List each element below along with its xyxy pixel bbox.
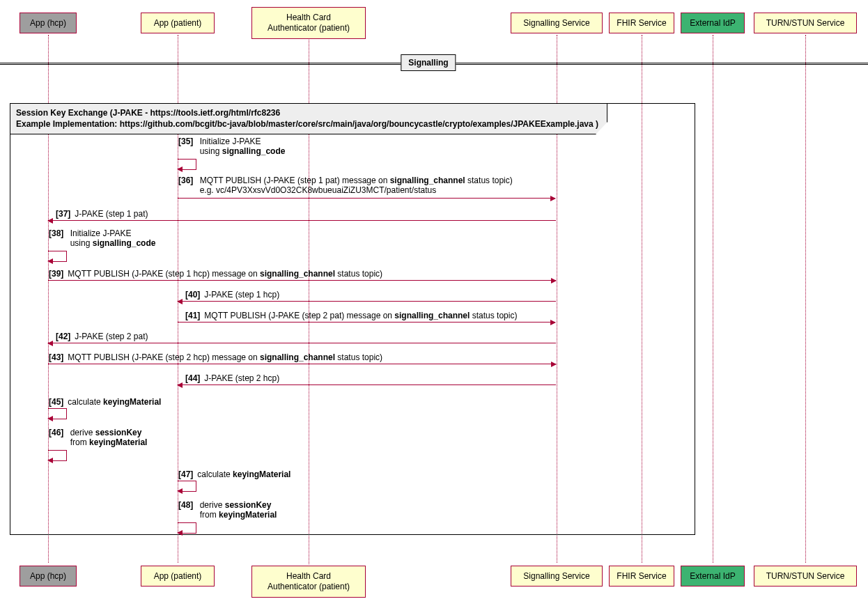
msg-39-arrow	[48, 280, 556, 281]
participant-hca-patient-bottom: Health Card Authenticator (patient)	[251, 566, 366, 598]
msg-35-label: [35] Initialize J-PAKE using signalling_…	[178, 137, 285, 157]
participant-fhir-top: FHIR Service	[609, 13, 674, 33]
divider-label: Signalling	[401, 54, 456, 71]
fragment-title-line1: Session Key Exchange (J-PAKE - https://t…	[16, 108, 280, 118]
participant-signalling-bottom: Signalling Service	[511, 566, 603, 586]
participant-turn-top: TURN/STUN Service	[754, 13, 857, 33]
participant-label: Health Card Authenticator (patient)	[268, 13, 350, 33]
msg-42-arrow	[48, 343, 556, 343]
msg-46-arrow	[48, 450, 67, 461]
msg-40-arrow	[178, 301, 556, 302]
participant-label: FHIR Service	[617, 18, 666, 29]
msg-35-arrow	[178, 159, 196, 170]
msg-45-label: [45]calculate keyingMaterial	[49, 397, 161, 407]
participant-hca-patient-top: Health Card Authenticator (patient)	[251, 7, 366, 39]
msg-44-arrow	[178, 384, 556, 385]
participant-label: App (patient)	[154, 18, 202, 29]
participant-label: External IdP	[690, 18, 735, 29]
msg-41-label: [41]MQTT PUBLISH (J-PAKE (step 2 pat) me…	[185, 311, 517, 321]
msg-36-arrow	[178, 198, 555, 199]
msg-36-label: [36] MQTT PUBLISH (J-PAKE (step 1 pat) m…	[178, 176, 513, 196]
participant-fhir-bottom: FHIR Service	[609, 566, 674, 586]
participant-label: Signalling Service	[523, 18, 589, 29]
lifeline-idp	[713, 35, 713, 563]
participant-label: Signalling Service	[523, 571, 589, 582]
participants.fhir: FHIR Service	[617, 571, 666, 582]
msg-48-label: [48] derive sessionKey from keyingMateri…	[178, 500, 277, 520]
participant-label: TURN/STUN Service	[766, 18, 845, 29]
msg-47-arrow	[178, 481, 196, 492]
msg-42-label: [42]J-PAKE (step 2 pat)	[56, 332, 148, 342]
msg-48-arrow	[178, 522, 196, 534]
msg-44-label: [44]J-PAKE (step 2 hcp)	[185, 373, 279, 384]
participant-idp-bottom: External IdP	[681, 566, 745, 586]
msg-40-label: [40]J-PAKE (step 1 hcp)	[185, 290, 279, 300]
msg-43-arrow	[48, 364, 556, 364]
participant-signalling-top: Signalling Service	[511, 13, 603, 33]
msg-37-arrow	[48, 220, 556, 221]
participant-label: App (hcp)	[30, 571, 66, 582]
sequence-diagram: App (hcp) App (patient) Health Card Auth…	[0, 0, 868, 606]
msg-38-arrow	[48, 251, 67, 262]
participant-label: App (hcp)	[30, 18, 66, 29]
msg-47-label: [47]calculate keyingMaterial	[178, 469, 290, 480]
msg-46-label: [46] derive sessionKey from keyingMateri…	[49, 428, 147, 448]
lifeline-turn	[805, 35, 806, 563]
participant-turn-bottom: TURN/STUN Service	[754, 566, 857, 586]
participant-app-patient-top: App (patient)	[141, 13, 215, 33]
participant-label: External IdP	[690, 571, 735, 582]
msg-39-label: [39]MQTT PUBLISH (J-PAKE (step 1 hcp) me…	[49, 269, 382, 279]
msg-41-arrow	[178, 322, 555, 323]
participant-idp-top: External IdP	[681, 13, 745, 33]
fragment-title-line2: Example Implementation: https://github.c…	[16, 119, 598, 130]
participant-app-patient-bottom: App (patient)	[141, 566, 215, 586]
participant-label: Health Card Authenticator (patient)	[268, 571, 350, 592]
msg-37-label: [37]J-PAKE (step 1 pat)	[56, 209, 148, 219]
participant-app-hcp-bottom: App (hcp)	[20, 566, 77, 586]
fragment-title: Session Key Exchange (J-PAKE - https://t…	[10, 103, 607, 134]
participant-app-hcp-top: App (hcp)	[20, 13, 77, 33]
participant-label: App (patient)	[154, 571, 202, 582]
participant-label: TURN/STUN Service	[766, 571, 845, 582]
msg-38-label: [38] Initialize J-PAKE using signalling_…	[49, 228, 155, 249]
msg-43-label: [43]MQTT PUBLISH (J-PAKE (step 2 hcp) me…	[49, 352, 382, 363]
msg-45-arrow	[48, 408, 67, 419]
